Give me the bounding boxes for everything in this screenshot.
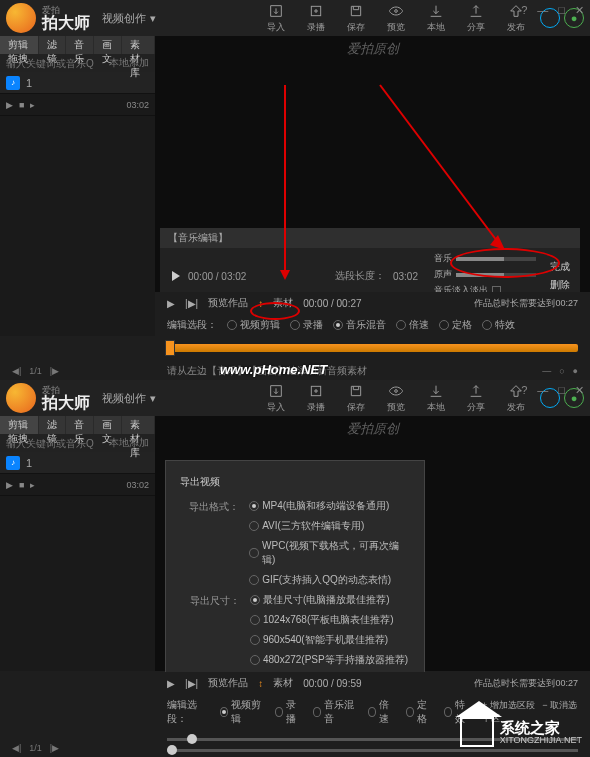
tab-filter[interactable]: 滤镜 xyxy=(39,36,66,54)
tab-text[interactable]: 画文 xyxy=(94,416,121,434)
mini-play-icon[interactable]: ▶ xyxy=(167,298,175,309)
timeline-handle[interactable] xyxy=(165,340,175,356)
preview-watermark: 爱拍原创 xyxy=(347,420,399,438)
opt-mix[interactable]: 音乐混音 xyxy=(333,318,386,332)
duration-info: 作品总时长需要达到00:27 xyxy=(474,297,578,310)
prev-page-icon[interactable]: ◀| xyxy=(12,366,21,376)
track-play-icon[interactable]: ▶ xyxy=(6,480,13,490)
tab-filter[interactable]: 滤镜 xyxy=(39,416,66,434)
size-480[interactable]: 480x272(PSP等手持播放器推荐) xyxy=(250,653,408,667)
opt-freeze[interactable]: 定格 xyxy=(406,698,434,726)
collapse-icon[interactable]: — xyxy=(542,366,551,376)
share-button[interactable]: 分享 xyxy=(456,383,496,414)
more-icon[interactable]: ● xyxy=(573,366,578,376)
opt-mix[interactable]: 音乐混音 xyxy=(313,698,358,726)
save-button[interactable]: 保存 xyxy=(336,383,376,414)
local-button[interactable]: 本地 xyxy=(416,383,456,414)
import-button[interactable]: 导入 xyxy=(256,383,296,414)
prev-page-icon[interactable]: ◀| xyxy=(12,743,21,753)
opt-video[interactable]: 视频剪辑 xyxy=(227,318,280,332)
tab-clips[interactable]: 剪辑拖拽 xyxy=(0,36,38,54)
opt-video[interactable]: 视频剪辑 xyxy=(220,698,265,726)
size-1024[interactable]: 1024x768(平板电脑表佳推荐) xyxy=(250,613,408,627)
tab-clips[interactable]: 剪辑拖拽 xyxy=(0,416,38,434)
next-page-icon[interactable]: |▶ xyxy=(50,366,59,376)
app-brand: 爱拍 拍大师 xyxy=(42,386,90,411)
record-button[interactable]: 录播 xyxy=(296,383,336,414)
max-button[interactable]: □ xyxy=(558,384,565,397)
fmt-gif[interactable]: GIF(支持插入QQ的动态表情) xyxy=(249,573,410,587)
help-button[interactable]: ? xyxy=(521,4,527,17)
min-button[interactable]: — xyxy=(537,384,548,397)
track-play-icon[interactable]: ▶ xyxy=(6,100,13,110)
opt-speed[interactable]: 倍速 xyxy=(368,698,396,726)
close-button[interactable]: ✕ xyxy=(575,4,584,17)
page-indicator: 1/1 xyxy=(29,366,42,376)
timeline[interactable] xyxy=(155,336,590,360)
vol-voice-slider[interactable] xyxy=(456,273,536,277)
search-icon[interactable]: Q xyxy=(86,58,94,69)
system-home-logo: 系统之家 XITONGZHIJIA.NET xyxy=(460,717,582,747)
tab-text[interactable]: 画文 xyxy=(94,36,121,54)
music-panel-header: 【音乐编辑】 xyxy=(160,228,580,248)
mode-selector[interactable]: 视频创作▾ xyxy=(102,391,156,406)
track-next-icon[interactable]: ▸ xyxy=(30,100,35,110)
edit-label: 编辑选段： xyxy=(167,318,217,332)
track-stop-icon[interactable]: ■ xyxy=(19,480,24,490)
search-input[interactable] xyxy=(6,58,86,69)
preview-work-button[interactable]: 预览作品 xyxy=(208,296,248,310)
tab-sticker[interactable]: 素材库 xyxy=(122,36,154,54)
fmt-wpc[interactable]: WPC(视频下载格式，可再次编辑) xyxy=(249,539,410,567)
material-button[interactable]: 素材 xyxy=(273,676,293,690)
search-input[interactable] xyxy=(6,438,86,449)
preview-work-button[interactable]: 预览作品 xyxy=(208,676,248,690)
opt-record[interactable]: 录播 xyxy=(290,318,323,332)
mini-play-icon[interactable]: ▶ xyxy=(167,678,175,689)
fmt-mp4[interactable]: MP4(电脑和移动端设备通用) xyxy=(249,499,410,513)
settings-icon[interactable]: ○ xyxy=(559,366,564,376)
preview-watermark: 爱拍原创 xyxy=(347,40,399,58)
preview-button[interactable]: 预览 xyxy=(376,383,416,414)
tab-music[interactable]: 音乐 xyxy=(66,36,93,54)
mini-loop-icon[interactable]: |▶| xyxy=(185,298,198,309)
opt-speed[interactable]: 倍速 xyxy=(396,318,429,332)
play-icon[interactable] xyxy=(172,271,180,281)
opt-fx[interactable]: 特效 xyxy=(482,318,515,332)
track-number: 1 xyxy=(26,77,32,89)
watermark-text: www.pHome.NET xyxy=(220,362,327,377)
close-button[interactable]: ✕ xyxy=(575,384,584,397)
next-page-icon[interactable]: |▶ xyxy=(50,743,59,753)
search-icon[interactable]: Q xyxy=(86,438,94,449)
track-stop-icon[interactable]: ■ xyxy=(19,100,24,110)
delete-button[interactable]: 删除 xyxy=(540,278,580,292)
vol-music-slider[interactable] xyxy=(456,257,536,261)
brand-main: 拍大师 xyxy=(42,15,90,31)
size-960[interactable]: 960x540(智能手机最佳推荐) xyxy=(250,633,408,647)
save-button[interactable]: 保存 xyxy=(336,3,376,34)
done-button[interactable]: 完成 xyxy=(540,260,580,274)
music-note-icon: ♪ xyxy=(6,76,20,90)
record-button[interactable]: 录播 xyxy=(296,3,336,34)
fmt-avi[interactable]: AVI(三方软件编辑专用) xyxy=(249,519,410,533)
tab-sticker[interactable]: 素材库 xyxy=(122,416,154,434)
opt-freeze[interactable]: 定格 xyxy=(439,318,472,332)
mini-loop-icon[interactable]: |▶| xyxy=(185,678,198,689)
format-label: 导出格式： xyxy=(180,499,239,587)
local-add-button[interactable]: 本地添加 xyxy=(109,56,149,70)
tab-music[interactable]: 音乐 xyxy=(66,416,93,434)
opt-record[interactable]: 录播 xyxy=(275,698,303,726)
min-button[interactable]: — xyxy=(537,4,548,17)
import-button[interactable]: 导入 xyxy=(256,3,296,34)
local-add-button[interactable]: 本地添加 xyxy=(109,436,149,450)
local-button[interactable]: 本地 xyxy=(416,3,456,34)
preview-button[interactable]: 预览 xyxy=(376,3,416,34)
size-best[interactable]: 最佳尺寸(电脑播放最佳推荐) xyxy=(250,593,408,607)
mode-selector[interactable]: 视频创作▾ xyxy=(102,11,156,26)
track-next-icon[interactable]: ▸ xyxy=(30,480,35,490)
max-button[interactable]: □ xyxy=(558,4,565,17)
share-button[interactable]: 分享 xyxy=(456,3,496,34)
vol-music-label: 音乐 xyxy=(434,252,452,265)
help-button[interactable]: ? xyxy=(521,384,527,397)
track-time: 00:00 / 00:27 xyxy=(303,298,361,309)
material-button[interactable]: 素材 xyxy=(273,296,293,310)
